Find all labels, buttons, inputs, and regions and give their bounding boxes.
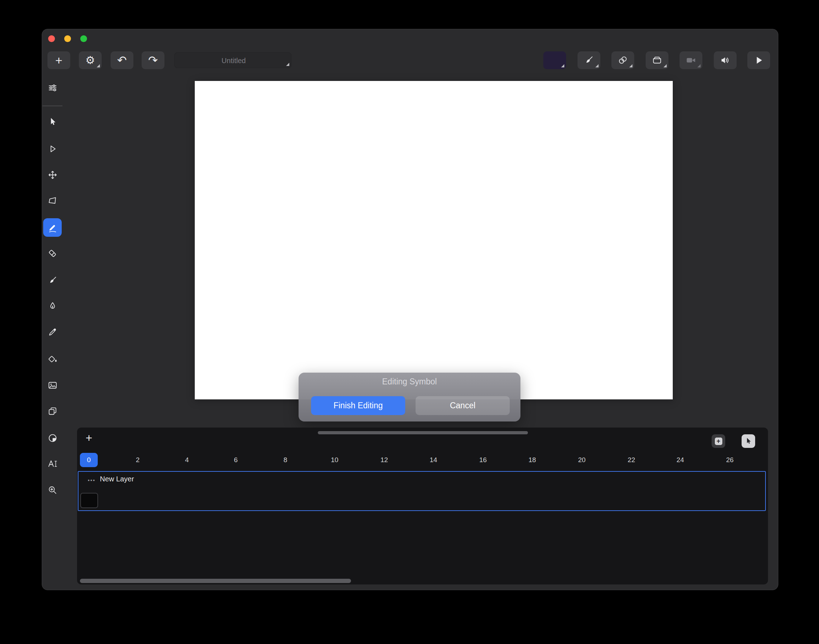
- tool-pencil[interactable]: [43, 218, 62, 237]
- frame-number-0-selected[interactable]: 0: [80, 453, 98, 467]
- timeline-horizontal-scrollbar[interactable]: [318, 431, 528, 434]
- eraser-icon: [48, 248, 58, 259]
- box-icon: [652, 55, 663, 66]
- app-window: + ⚙ ↶ ↷: [42, 29, 778, 590]
- tool-eraser[interactable]: [42, 244, 63, 263]
- editing-symbol-dialog: Editing Symbol Finish Editing Cancel: [299, 373, 520, 422]
- frame-number[interactable]: 4: [185, 453, 189, 467]
- timeline-panel: + + 0 2 4 6 8 10 12 14 16 18 20: [77, 428, 768, 584]
- add-document-button[interactable]: +: [48, 51, 70, 69]
- desktop: + ⚙ ↶ ↷: [0, 0, 819, 644]
- sidebar-divider: [43, 106, 63, 106]
- frame-number[interactable]: 26: [726, 453, 733, 467]
- tool-play-preview[interactable]: [42, 140, 63, 158]
- redo-icon: ↷: [149, 55, 158, 66]
- frame-number[interactable]: 24: [676, 453, 684, 467]
- cursor-icon: [744, 437, 753, 445]
- camera-button: [679, 51, 702, 69]
- play-icon: [753, 55, 764, 66]
- layer-name[interactable]: New Layer: [100, 475, 134, 483]
- tool-move[interactable]: [42, 166, 63, 184]
- zoom-icon: [48, 485, 58, 495]
- toolbox-button[interactable]: [646, 51, 669, 69]
- brush-icon: [48, 275, 58, 286]
- color-swatch-button[interactable]: [543, 51, 566, 69]
- frame-number[interactable]: 22: [627, 453, 635, 467]
- settings-button[interactable]: ⚙: [79, 51, 102, 69]
- pen-nib-icon: [48, 301, 58, 312]
- frame-number[interactable]: 2: [136, 453, 140, 467]
- tool-copy[interactable]: [42, 402, 63, 420]
- finish-editing-button[interactable]: Finish Editing: [311, 396, 405, 415]
- frame-number[interactable]: 8: [284, 453, 287, 467]
- layer-row[interactable]: ••• New Layer: [78, 471, 766, 511]
- tool-zoom[interactable]: [42, 481, 63, 499]
- close-button[interactable]: [48, 35, 55, 42]
- audio-button[interactable]: [714, 51, 736, 69]
- frame-select-mode-button[interactable]: [742, 434, 755, 448]
- frame-number[interactable]: 14: [429, 453, 437, 467]
- paint-bucket-icon: [48, 354, 58, 365]
- camera-icon: [686, 55, 696, 66]
- move-icon: [48, 170, 58, 180]
- brush-icon: [584, 55, 594, 66]
- add-frame-icon: +: [715, 437, 722, 445]
- document-name-field[interactable]: [175, 52, 291, 68]
- onion-skin-icon: [618, 55, 628, 66]
- undo-button[interactable]: ↶: [110, 51, 133, 69]
- speaker-icon: [720, 55, 730, 66]
- cancel-button[interactable]: Cancel: [416, 396, 510, 415]
- frame-thumbnail[interactable]: [80, 493, 98, 508]
- canvas[interactable]: [195, 81, 673, 399]
- transform-icon: [48, 196, 58, 206]
- tool-pen[interactable]: [42, 297, 63, 316]
- copy-icon: [48, 406, 58, 417]
- frame-number[interactable]: 18: [528, 453, 536, 467]
- document-name-input[interactable]: [175, 53, 293, 69]
- layer-menu-button[interactable]: •••: [88, 477, 96, 483]
- frame-number[interactable]: 10: [331, 453, 338, 467]
- pencil-icon: [48, 222, 58, 233]
- redo-button[interactable]: ↷: [142, 51, 164, 69]
- add-layer-button[interactable]: +: [86, 432, 92, 443]
- frame-number[interactable]: 16: [479, 453, 486, 467]
- tool-text[interactable]: [42, 455, 63, 473]
- sticker-icon: [48, 433, 58, 443]
- tool-image[interactable]: [42, 376, 63, 394]
- frame-number[interactable]: 20: [578, 453, 585, 467]
- text-tool-icon: [47, 459, 58, 469]
- brush-settings-button[interactable]: [578, 51, 600, 69]
- onion-skin-button[interactable]: [611, 51, 634, 69]
- plus-icon: +: [55, 54, 63, 66]
- sliders-icon: [48, 83, 58, 93]
- tool-sticker[interactable]: [42, 429, 63, 447]
- gear-icon: ⚙: [86, 55, 95, 66]
- frame-number[interactable]: 12: [380, 453, 388, 467]
- image-icon: [48, 380, 58, 391]
- minimize-button[interactable]: [64, 35, 71, 42]
- cursor-icon: [48, 117, 58, 127]
- play-outline-icon: [48, 144, 58, 154]
- undo-icon: ↶: [117, 55, 127, 66]
- tool-transform[interactable]: [42, 192, 63, 210]
- tool-properties[interactable]: [42, 78, 63, 97]
- tool-select[interactable]: [42, 112, 63, 131]
- tool-fill[interactable]: [42, 350, 63, 368]
- zoom-button[interactable]: [80, 35, 87, 42]
- tool-eyedropper[interactable]: [42, 323, 63, 342]
- timeline-bottom-scrollbar[interactable]: [80, 579, 351, 583]
- dialog-title: Editing Symbol: [299, 377, 520, 386]
- frame-number[interactable]: 6: [234, 453, 238, 467]
- play-button[interactable]: [747, 51, 770, 69]
- eyedropper-icon: [48, 327, 58, 338]
- tool-brush[interactable]: [42, 271, 63, 290]
- add-frame-button[interactable]: +: [712, 434, 725, 448]
